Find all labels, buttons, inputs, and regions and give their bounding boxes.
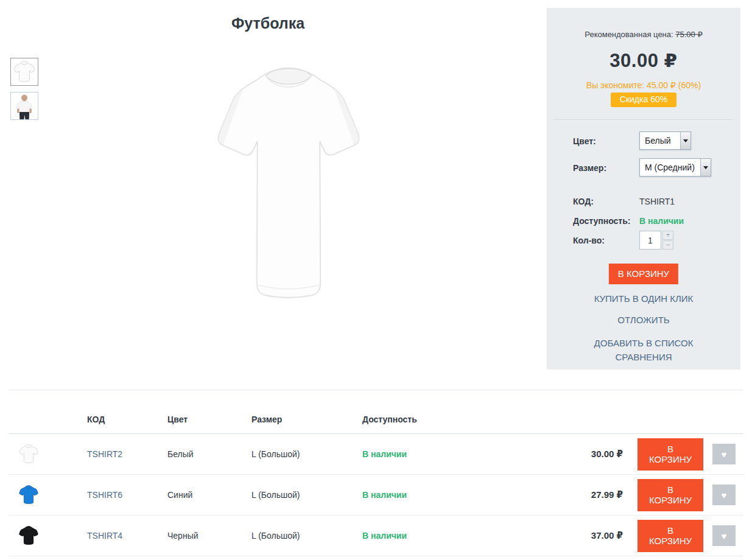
color-option-label: Цвет: — [573, 136, 596, 146]
white-tshirt-thumbnail[interactable] — [10, 58, 38, 86]
availability-label: Доступность: — [573, 216, 630, 226]
header-image-col — [9, 424, 87, 433]
wishlist-heart-button[interactable]: ♥ — [712, 444, 736, 464]
color-select[interactable]: Белый — [639, 131, 691, 150]
header-size: Размер — [251, 415, 362, 433]
header-availability: Доступность — [362, 415, 487, 433]
variant-price: 37.00 ₽ — [487, 530, 630, 541]
discount-badge-wrap: Скидка 60% — [547, 93, 740, 107]
add-to-cart-button[interactable]: В КОРЗИНУ — [638, 438, 703, 471]
tshirt-icon — [12, 60, 37, 84]
size-option-label: Размер: — [573, 163, 606, 173]
variant-availability: В наличии — [362, 531, 487, 541]
variant-thumbnail[interactable] — [9, 525, 87, 547]
compare-link[interactable]: ДОБАВИТЬ В СПИСОК СРАВНЕНИЯ — [574, 336, 714, 364]
variant-thumbnail[interactable] — [9, 443, 87, 465]
add-to-cart-button[interactable]: В КОРЗИНУ — [638, 479, 703, 511]
variant-availability: В наличии — [362, 449, 487, 459]
variant-size: L (Большой) — [251, 531, 362, 541]
heart-icon: ♥ — [722, 491, 727, 500]
purchase-panel: Рекомендованная цена: 75.00 ₽ 30.00 ₽ Вы… — [547, 8, 740, 369]
variants-table: КОД Цвет Размер Доступность TSHIRT2 Белы… — [9, 390, 743, 556]
black-tshirt-icon — [18, 525, 40, 547]
minus-icon[interactable]: − — [662, 240, 673, 250]
product-price: 30.00 ₽ — [547, 49, 740, 72]
quantity-input[interactable] — [639, 231, 661, 250]
variant-code-link[interactable]: TSHIRT2 — [87, 449, 122, 459]
tshirt-image — [199, 56, 379, 308]
availability-value: В наличии — [639, 216, 684, 226]
size-select-value: М (Средний) — [640, 163, 700, 172]
variant-color: Черный — [167, 531, 251, 541]
wishlist-link[interactable]: ОТЛОЖИТЬ — [547, 315, 740, 325]
heart-icon: ♥ — [722, 450, 727, 459]
model-wearing-tshirt-thumbnail[interactable] — [10, 92, 38, 120]
variant-color: Белый — [167, 449, 251, 459]
chevron-down-icon — [680, 132, 691, 149]
code-value: TSHIRT1 — [639, 197, 675, 206]
header-code: КОД — [87, 415, 167, 433]
heart-icon: ♥ — [722, 531, 727, 541]
quantity-label: Кол-во: — [573, 236, 605, 245]
variant-code-link[interactable]: TSHIRT4 — [87, 531, 122, 541]
table-row: TSHIRT6 Синий L (Большой) В наличии 27.9… — [9, 475, 743, 516]
add-to-cart-button[interactable]: В КОРЗИНУ — [609, 264, 678, 284]
color-select-value: Белый — [640, 136, 680, 145]
variant-size: L (Большой) — [251, 449, 362, 459]
divider — [554, 119, 733, 120]
wishlist-heart-button[interactable]: ♥ — [712, 485, 736, 505]
variant-color: Синий — [167, 490, 251, 500]
add-to-cart-button[interactable]: В КОРЗИНУ — [638, 520, 703, 552]
variant-code-link[interactable]: TSHIRT6 — [87, 490, 122, 500]
thumbnail-list — [10, 58, 38, 126]
variant-size: L (Большой) — [251, 490, 362, 500]
table-row: TSHIRT4 Черный L (Большой) В наличии 37.… — [9, 516, 743, 556]
variant-price: 30.00 ₽ — [487, 449, 630, 460]
variant-thumbnail[interactable] — [9, 484, 87, 506]
product-page: Футболка — [0, 0, 752, 560]
size-select[interactable]: М (Средний) — [639, 158, 711, 177]
code-label: КОД: — [573, 197, 594, 206]
variant-availability: В наличии — [362, 490, 487, 500]
recommended-price-label: Рекомендованная цена: — [585, 30, 673, 39]
page-title: Футболка — [0, 15, 536, 32]
table-row: TSHIRT2 Белый L (Большой) В наличии 30.0… — [9, 434, 743, 475]
discount-badge: Скидка 60% — [611, 93, 676, 107]
model-photo-icon — [11, 93, 38, 119]
wishlist-heart-button[interactable]: ♥ — [712, 525, 736, 546]
white-tshirt-icon — [18, 443, 40, 465]
recommended-price-line: Рекомендованная цена: 75.00 ₽ — [547, 30, 740, 39]
variant-price: 27.99 ₽ — [487, 489, 630, 500]
buy-one-click-link[interactable]: КУПИТЬ В ОДИН КЛИК — [547, 293, 740, 304]
plus-icon[interactable]: + — [662, 231, 673, 240]
savings-text: Вы экономите: 45.00 ₽ (60%) — [547, 80, 740, 90]
variants-table-header: КОД Цвет Размер Доступность — [9, 390, 743, 434]
main-product-image[interactable] — [199, 56, 379, 308]
recommended-price-value: 75.00 ₽ — [675, 30, 702, 39]
header-color: Цвет — [167, 415, 251, 433]
blue-tshirt-icon — [18, 484, 40, 506]
chevron-down-icon — [700, 159, 711, 176]
